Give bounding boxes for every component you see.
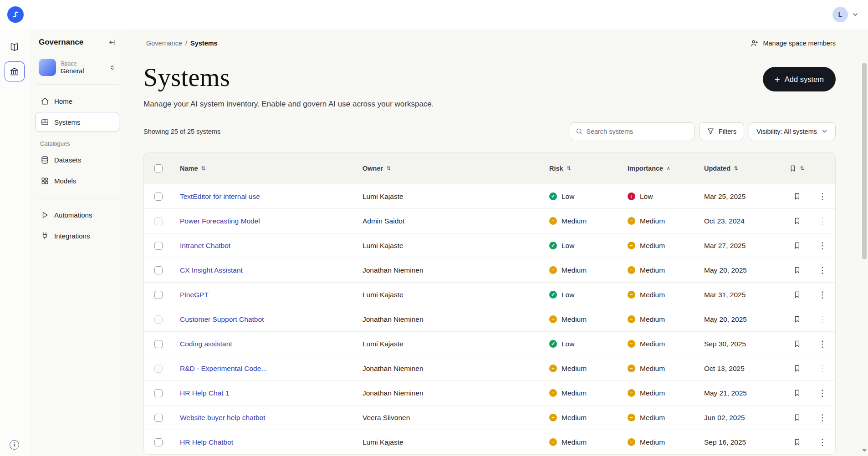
row-actions-button[interactable]: ⋮ (817, 313, 829, 325)
sidebar-item-integrations[interactable]: Integrations (35, 226, 119, 246)
row-actions-button[interactable]: ⋮ (817, 436, 829, 448)
table-row: R&D - Experimental Code... Jonathan Niem… (144, 356, 835, 380)
system-name-link[interactable]: Website buyer help chatbot (180, 414, 266, 422)
column-header-updated[interactable]: Updated ⇅ (704, 165, 784, 172)
importance-level-icon: − (628, 414, 635, 421)
governance-bank-icon[interactable] (5, 61, 25, 81)
sidebar-item-automations[interactable]: Automations (35, 205, 119, 225)
icon-rail: i (0, 29, 29, 456)
row-checkbox[interactable] (154, 438, 163, 446)
system-name-link[interactable]: TextEditor for internal use (180, 193, 260, 201)
sidebar-item-models[interactable]: Models (35, 171, 119, 191)
results-count: Showing 25 of 25 systems (143, 128, 220, 135)
space-selector[interactable]: Space General (36, 57, 118, 78)
row-actions-button[interactable]: ⋮ (817, 215, 829, 227)
bookmark-button[interactable] (791, 363, 803, 374)
system-name-link[interactable]: Customer Support Chatbot (180, 315, 264, 324)
bookmark-button[interactable] (791, 412, 803, 423)
system-name-link[interactable]: R&D - Experimental Code... (180, 365, 267, 373)
bookmark-button[interactable] (791, 215, 803, 227)
user-avatar[interactable]: L (832, 7, 848, 22)
row-actions-button[interactable]: ⋮ (817, 362, 829, 375)
bookmark-button[interactable] (791, 264, 803, 276)
row-checkbox[interactable] (154, 291, 163, 299)
risk-level-icon: ✓ (549, 291, 557, 299)
row-checkbox[interactable] (154, 242, 163, 250)
row-actions-button[interactable]: ⋮ (817, 338, 829, 350)
sidebar-item-home[interactable]: Home (35, 91, 119, 111)
importance-level-icon: − (628, 217, 635, 225)
library-book-icon[interactable] (5, 37, 25, 57)
sidebar-collapse-icon[interactable] (108, 38, 117, 46)
importance-level-icon: − (628, 315, 635, 323)
system-name-link[interactable]: Coding assistant (180, 340, 232, 348)
visibility-dropdown[interactable]: Visibility: All systems (749, 122, 836, 140)
row-checkbox[interactable] (154, 217, 163, 225)
sidebar-item-datasets[interactable]: Datasets (35, 150, 119, 170)
column-header-owner[interactable]: Owner ⇅ (363, 165, 549, 172)
account-menu-chevron-icon[interactable] (852, 11, 859, 18)
breadcrumb-governance[interactable]: Governance (146, 40, 182, 47)
system-name-link[interactable]: Intranet Chatbot (180, 242, 230, 250)
bookmark-button[interactable] (791, 240, 803, 251)
table-row: Customer Support Chatbot Jonathan Niemin… (144, 307, 835, 331)
row-checkbox[interactable] (154, 414, 163, 422)
bookmark-button[interactable] (791, 436, 803, 448)
bookmark-button[interactable] (791, 314, 803, 325)
select-all-checkbox[interactable] (154, 164, 163, 172)
scrollbar-thumb[interactable] (862, 63, 867, 259)
column-header-bookmark[interactable]: ⇅ (784, 165, 810, 172)
add-system-button[interactable]: + Add system (763, 67, 836, 91)
bookmark-icon (793, 414, 801, 421)
risk-level-icon: − (549, 438, 557, 446)
manage-space-members-button[interactable]: Manage space members (751, 39, 836, 47)
sort-both-icon: ⇅ (800, 165, 804, 172)
row-checkbox[interactable] (154, 315, 163, 324)
row-checkbox[interactable] (154, 389, 163, 397)
bookmark-icon (793, 365, 801, 372)
sidebar-section-label: Catalogues (40, 140, 119, 147)
row-actions-button[interactable]: ⋮ (817, 239, 829, 252)
bookmark-icon (793, 315, 801, 323)
row-checkbox[interactable] (154, 266, 163, 274)
plus-icon: + (775, 75, 780, 84)
scrollbar-down-arrow-icon[interactable] (861, 447, 867, 453)
bookmark-button[interactable] (791, 191, 803, 202)
column-header-name[interactable]: Name ⇅ (173, 165, 363, 172)
system-name-link[interactable]: Power Forecasting Model (180, 217, 260, 225)
importance-cell: − Medium (628, 414, 704, 422)
row-actions-button[interactable]: ⋮ (817, 387, 829, 399)
system-name-link[interactable]: CX Insight Assistant (180, 266, 243, 274)
person-add-icon (751, 39, 759, 47)
row-actions-button[interactable]: ⋮ (817, 264, 829, 276)
filters-button[interactable]: Filters (699, 122, 744, 140)
bookmark-button[interactable] (791, 289, 803, 300)
sidebar-item-systems[interactable]: Systems (35, 112, 119, 132)
system-name-link[interactable]: HR Help Chatbot (180, 438, 233, 446)
importance-cell: − Medium (628, 242, 704, 250)
column-header-risk[interactable]: Risk ⇅ (549, 165, 628, 172)
info-icon[interactable]: i (10, 440, 19, 450)
row-actions-button[interactable]: ⋮ (817, 289, 829, 301)
system-name-link[interactable]: HR Help Chat 1 (180, 389, 230, 397)
row-checkbox[interactable] (154, 340, 163, 348)
bookmark-button[interactable] (791, 387, 803, 399)
importance-level-icon: − (628, 291, 635, 299)
importance-level-icon: − (628, 242, 635, 249)
row-checkbox[interactable] (154, 193, 163, 201)
bookmark-button[interactable] (791, 338, 803, 350)
column-header-importance[interactable]: Importance ∧ (628, 165, 704, 172)
search-input[interactable] (586, 128, 689, 135)
table-row: Coding assistant Lumi Kajaste ✓ Low − Me… (144, 331, 835, 356)
risk-cell: − Medium (549, 266, 628, 274)
row-checkbox[interactable] (154, 365, 163, 373)
sidebar-item-label: Datasets (54, 156, 81, 164)
importance-cell: − Medium (628, 266, 704, 274)
importance-level-icon: − (628, 389, 635, 397)
bookmark-icon (793, 242, 801, 249)
risk-level-icon: − (549, 266, 557, 274)
row-actions-button[interactable]: ⋮ (817, 411, 829, 424)
row-actions-button[interactable]: ⋮ (817, 190, 829, 203)
system-name-link[interactable]: PineGPT (180, 291, 209, 299)
sort-both-icon: ⇅ (734, 165, 738, 172)
